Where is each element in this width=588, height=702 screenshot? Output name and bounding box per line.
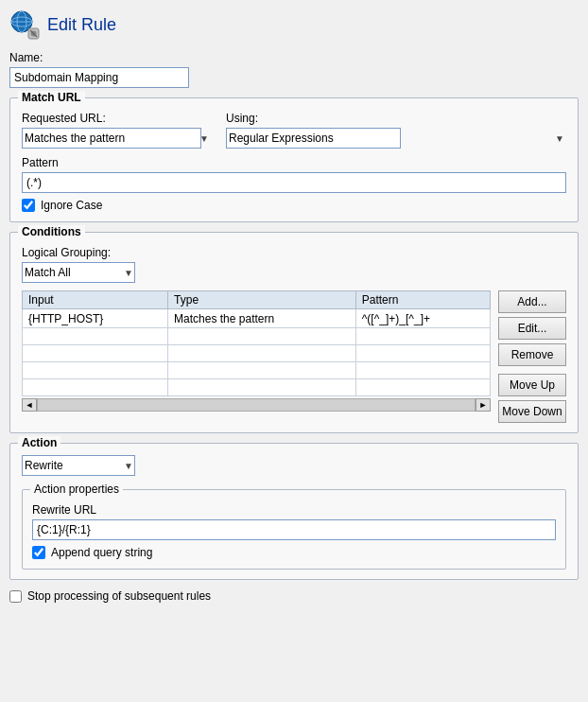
col-header-input: Input: [23, 291, 168, 309]
ignore-case-checkbox[interactable]: [22, 199, 35, 212]
table-row: [23, 379, 491, 396]
action-legend: Action: [18, 436, 61, 449]
page-title: Edit Rule: [47, 15, 116, 35]
append-query-string-row: Append query string: [32, 546, 556, 559]
move-up-button[interactable]: Move Up: [498, 374, 566, 396]
row2-input: [23, 328, 168, 345]
col-header-pattern: Pattern: [355, 291, 490, 309]
row4-pattern: [355, 362, 490, 379]
row5-type: [168, 379, 356, 396]
using-arrow: ▼: [555, 133, 564, 144]
using-select[interactable]: Regular Expressions Wildcards Exact Matc…: [226, 128, 401, 149]
conditions-buttons: Add... Edit... Remove Move Up Move Down: [498, 290, 566, 423]
action-properties-group: Action properties Rewrite URL Append que…: [22, 489, 566, 570]
row5-pattern: [355, 379, 490, 396]
logical-grouping-row: Logical Grouping: Match All Match Any ▼: [22, 246, 566, 283]
logical-grouping-select[interactable]: Match All Match Any: [22, 262, 135, 283]
add-condition-button[interactable]: Add...: [498, 290, 566, 313]
match-url-section: Match URL Requested URL: Matches the pat…: [9, 97, 579, 222]
action-section: Action Rewrite Redirect Custom Response …: [9, 443, 579, 580]
name-label: Name:: [9, 51, 579, 64]
logical-grouping-label: Logical Grouping:: [22, 246, 566, 259]
row2-pattern: [355, 328, 490, 345]
row3-type: [168, 345, 356, 362]
requested-url-label: Requested URL:: [22, 112, 211, 125]
remove-condition-button[interactable]: Remove: [498, 343, 566, 366]
table-row: [23, 362, 491, 379]
table-row: [23, 345, 491, 362]
row4-type: [168, 362, 356, 379]
stop-processing-row: Stop processing of subsequent rules: [9, 589, 579, 603]
name-section: Name:: [9, 51, 579, 88]
row1-input: {HTTP_HOST}: [23, 309, 168, 328]
requested-url-select[interactable]: Matches the pattern Does Not Match the P…: [22, 128, 201, 149]
row4-input: [23, 362, 168, 379]
edit-condition-button[interactable]: Edit...: [498, 317, 566, 340]
name-input[interactable]: [9, 67, 189, 88]
append-query-string-label: Append query string: [51, 546, 152, 559]
logical-grouping-wrapper: Match All Match Any ▼: [22, 262, 135, 283]
pattern-input[interactable]: [22, 172, 566, 193]
scroll-right-button[interactable]: ►: [476, 398, 491, 412]
ignore-case-row: Ignore Case: [22, 199, 566, 212]
page-header: Edit Rule: [9, 9, 579, 40]
page-icon: [9, 9, 40, 40]
action-properties-legend: Action properties: [30, 483, 123, 496]
row2-type: [168, 328, 356, 345]
row1-type: Matches the pattern: [168, 309, 356, 328]
action-type-wrapper: Rewrite Redirect Custom Response Abort R…: [22, 455, 135, 476]
using-wrapper: Regular Expressions Wildcards Exact Matc…: [226, 128, 566, 149]
move-down-button[interactable]: Move Down: [498, 400, 566, 423]
rewrite-url-input[interactable]: [32, 519, 556, 540]
rewrite-url-label: Rewrite URL: [32, 503, 556, 517]
conditions-section: Conditions Logical Grouping: Match All M…: [9, 232, 579, 433]
scroll-left-button[interactable]: ◄: [22, 398, 37, 412]
requested-url-wrapper: Matches the pattern Does Not Match the P…: [22, 128, 211, 149]
using-label: Using:: [226, 112, 566, 125]
pattern-label: Pattern: [22, 156, 566, 169]
append-query-string-checkbox[interactable]: [32, 546, 45, 559]
stop-processing-checkbox[interactable]: [9, 590, 22, 603]
action-type-select[interactable]: Rewrite Redirect Custom Response Abort R…: [22, 455, 135, 476]
row3-input: [23, 345, 168, 362]
scroll-track[interactable]: [37, 398, 476, 412]
conditions-legend: Conditions: [18, 225, 85, 238]
table-row[interactable]: {HTTP_HOST} Matches the pattern ^([^_]+)…: [23, 309, 491, 328]
table-row: [23, 328, 491, 345]
horizontal-scrollbar: ◄ ►: [22, 398, 491, 412]
match-url-legend: Match URL: [18, 91, 85, 104]
conditions-grid: Input Type Pattern {HTTP_HOST} Matches t…: [22, 290, 566, 423]
conditions-table: Input Type Pattern {HTTP_HOST} Matches t…: [22, 290, 491, 396]
conditions-table-container: Input Type Pattern {HTTP_HOST} Matches t…: [22, 290, 491, 423]
stop-processing-label: Stop processing of subsequent rules: [27, 589, 211, 603]
row3-pattern: [355, 345, 490, 362]
ignore-case-label: Ignore Case: [41, 199, 102, 212]
row1-pattern: ^([^_]+)_[^_]+: [355, 309, 490, 328]
col-header-type: Type: [168, 291, 356, 309]
row5-input: [23, 379, 168, 396]
